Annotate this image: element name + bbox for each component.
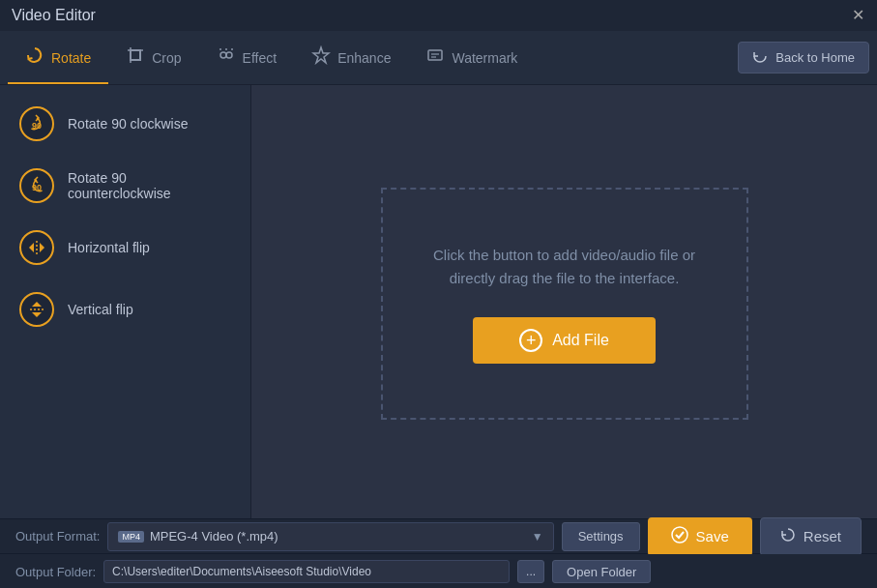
tab-effect[interactable]: Effect — [199, 31, 295, 84]
bottom-row2: Output Folder: C:\Users\editer\Documents… — [0, 554, 877, 588]
tab-enhance-label: Enhance — [337, 50, 391, 66]
crop-tab-icon — [126, 45, 145, 70]
folder-path-text: C:\Users\editer\Documents\Aiseesoft Stud… — [112, 565, 371, 578]
mp4-badge: MP4 — [118, 531, 144, 543]
watermark-tab-icon — [425, 45, 445, 70]
title-bar: Video Editor ✕ — [0, 0, 877, 31]
effect-tab-icon — [217, 45, 236, 70]
svg-point-4 — [226, 52, 232, 58]
rotate-tab-icon — [25, 45, 44, 70]
back-to-home-label: Back to Home — [775, 50, 855, 65]
svg-marker-16 — [40, 243, 44, 252]
rotate-cw-item[interactable]: 90 Rotate 90 clockwise — [0, 93, 250, 155]
enhance-tab-icon — [311, 45, 331, 70]
reset-icon — [780, 527, 796, 545]
add-file-button[interactable]: + Add File — [473, 317, 656, 364]
format-selector[interactable]: MP4 MPEG-4 Video (*.mp4) ▼ — [107, 522, 553, 551]
save-button[interactable]: Save — [648, 517, 752, 556]
tab-effect-label: Effect — [243, 50, 278, 66]
svg-marker-15 — [29, 243, 34, 252]
tab-rotate-label: Rotate — [51, 50, 91, 66]
vflip-item[interactable]: Vertical flip — [0, 279, 250, 340]
tab-bar: Rotate Crop Effect — [0, 31, 877, 85]
rotate-cw-icon: 90 — [19, 106, 54, 141]
open-folder-button[interactable]: Open Folder — [552, 560, 651, 583]
format-icon: MP4 MPEG-4 Video (*.mp4) — [118, 529, 278, 544]
svg-rect-9 — [428, 50, 442, 60]
drop-zone[interactable]: Click the button to add video/audio file… — [381, 188, 748, 420]
save-check-icon — [671, 526, 688, 546]
tab-enhance[interactable]: Enhance — [294, 31, 408, 84]
svg-point-3 — [220, 52, 226, 58]
hflip-label: Horizontal flip — [68, 240, 150, 255]
reset-button[interactable]: Reset — [760, 517, 862, 556]
tab-watermark[interactable]: Watermark — [408, 31, 535, 84]
tab-crop-label: Crop — [152, 50, 181, 66]
hflip-icon — [19, 230, 54, 265]
bottom-row1: Output Format: MP4 MPEG-4 Video (*.mp4) … — [0, 519, 877, 554]
hflip-item[interactable]: Horizontal flip — [0, 217, 250, 279]
svg-marker-19 — [32, 312, 42, 317]
folder-path: C:\Users\editer\Documents\Aiseesoft Stud… — [103, 560, 510, 583]
vflip-label: Vertical flip — [68, 302, 133, 317]
vflip-icon — [19, 292, 54, 327]
action-buttons: Save Reset — [648, 517, 862, 556]
svg-rect-0 — [131, 50, 140, 60]
svg-point-20 — [672, 527, 687, 543]
output-folder-label: Output Folder: — [15, 565, 96, 579]
reset-label: Reset — [804, 528, 841, 544]
bottom-area: Output Format: MP4 MPEG-4 Video (*.mp4) … — [0, 518, 877, 588]
rotate-ccw-label: Rotate 90 counterclockwise — [68, 170, 231, 201]
tab-crop[interactable]: Crop — [108, 31, 198, 84]
left-panel: 90 Rotate 90 clockwise 90 Rotate 90 coun… — [0, 85, 251, 522]
rotate-ccw-icon: 90 — [19, 168, 54, 203]
rotate-cw-label: Rotate 90 clockwise — [68, 116, 189, 132]
format-value: MPEG-4 Video (*.mp4) — [150, 529, 278, 544]
save-label: Save — [696, 528, 729, 544]
rotate-ccw-item[interactable]: 90 Rotate 90 counterclockwise — [0, 155, 250, 217]
add-file-label: Add File — [552, 332, 609, 349]
plus-circle-icon: + — [519, 329, 542, 352]
main-area: 90 Rotate 90 clockwise 90 Rotate 90 coun… — [0, 85, 877, 522]
svg-marker-8 — [313, 47, 329, 63]
settings-button[interactable]: Settings — [562, 522, 640, 551]
right-panel: Click the button to add video/audio file… — [251, 85, 877, 522]
output-format-label: Output Format: — [15, 529, 100, 544]
back-icon — [752, 48, 768, 67]
back-to-home-button[interactable]: Back to Home — [738, 42, 869, 74]
svg-marker-18 — [32, 302, 42, 307]
dots-button[interactable]: ... — [517, 560, 544, 583]
tab-rotate[interactable]: Rotate — [8, 31, 108, 84]
chevron-down-icon: ▼ — [532, 530, 543, 544]
tab-watermark-label: Watermark — [452, 50, 517, 66]
app-title: Video Editor — [12, 7, 96, 24]
close-icon[interactable]: ✕ — [850, 8, 865, 23]
drop-zone-text: Click the button to add video/audio file… — [433, 244, 695, 290]
